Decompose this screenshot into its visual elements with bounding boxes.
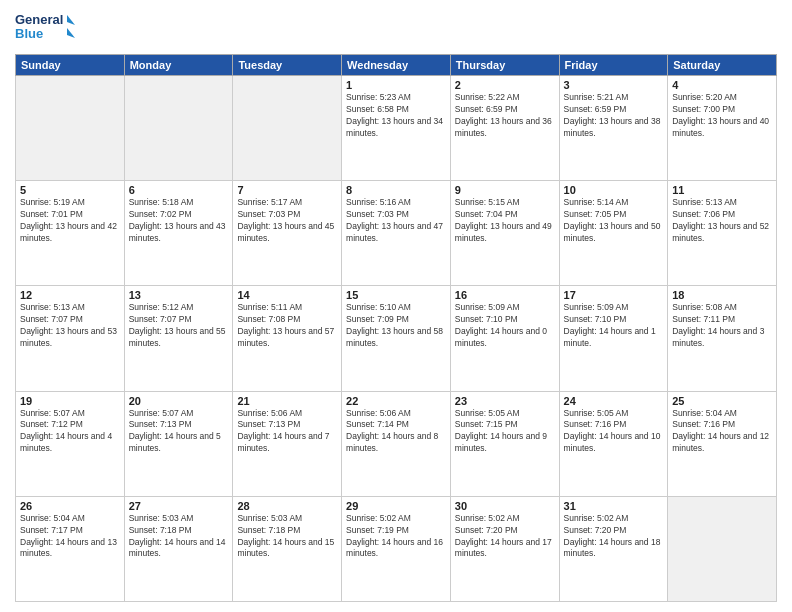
day-number: 26 <box>20 500 120 512</box>
day-info: Sunrise: 5:18 AMSunset: 7:02 PMDaylight:… <box>129 197 229 245</box>
day-info: Sunrise: 5:13 AMSunset: 7:07 PMDaylight:… <box>20 302 120 350</box>
svg-marker-2 <box>67 15 75 25</box>
calendar-cell: 29Sunrise: 5:02 AMSunset: 7:19 PMDayligh… <box>342 496 451 601</box>
day-info: Sunrise: 5:09 AMSunset: 7:10 PMDaylight:… <box>455 302 555 350</box>
day-info: Sunrise: 5:21 AMSunset: 6:59 PMDaylight:… <box>564 92 664 140</box>
day-info: Sunrise: 5:11 AMSunset: 7:08 PMDaylight:… <box>237 302 337 350</box>
calendar-week-5: 26Sunrise: 5:04 AMSunset: 7:17 PMDayligh… <box>16 496 777 601</box>
day-info: Sunrise: 5:04 AMSunset: 7:16 PMDaylight:… <box>672 408 772 456</box>
day-number: 20 <box>129 395 229 407</box>
day-info: Sunrise: 5:05 AMSunset: 7:15 PMDaylight:… <box>455 408 555 456</box>
day-info: Sunrise: 5:23 AMSunset: 6:58 PMDaylight:… <box>346 92 446 140</box>
calendar-cell: 25Sunrise: 5:04 AMSunset: 7:16 PMDayligh… <box>668 391 777 496</box>
day-number: 30 <box>455 500 555 512</box>
day-header-saturday: Saturday <box>668 55 777 76</box>
calendar-header-row: SundayMondayTuesdayWednesdayThursdayFrid… <box>16 55 777 76</box>
calendar-cell: 26Sunrise: 5:04 AMSunset: 7:17 PMDayligh… <box>16 496 125 601</box>
calendar-cell: 11Sunrise: 5:13 AMSunset: 7:06 PMDayligh… <box>668 181 777 286</box>
day-info: Sunrise: 5:09 AMSunset: 7:10 PMDaylight:… <box>564 302 664 350</box>
day-info: Sunrise: 5:06 AMSunset: 7:14 PMDaylight:… <box>346 408 446 456</box>
calendar-cell: 12Sunrise: 5:13 AMSunset: 7:07 PMDayligh… <box>16 286 125 391</box>
calendar-cell: 24Sunrise: 5:05 AMSunset: 7:16 PMDayligh… <box>559 391 668 496</box>
calendar-cell: 3Sunrise: 5:21 AMSunset: 6:59 PMDaylight… <box>559 76 668 181</box>
day-info: Sunrise: 5:17 AMSunset: 7:03 PMDaylight:… <box>237 197 337 245</box>
day-number: 1 <box>346 79 446 91</box>
svg-text:General: General <box>15 12 63 27</box>
day-info: Sunrise: 5:03 AMSunset: 7:18 PMDaylight:… <box>237 513 337 561</box>
day-number: 3 <box>564 79 664 91</box>
calendar-cell: 13Sunrise: 5:12 AMSunset: 7:07 PMDayligh… <box>124 286 233 391</box>
header: General Blue <box>15 10 777 46</box>
calendar-cell: 10Sunrise: 5:14 AMSunset: 7:05 PMDayligh… <box>559 181 668 286</box>
calendar-cell: 27Sunrise: 5:03 AMSunset: 7:18 PMDayligh… <box>124 496 233 601</box>
day-number: 27 <box>129 500 229 512</box>
day-info: Sunrise: 5:07 AMSunset: 7:13 PMDaylight:… <box>129 408 229 456</box>
day-header-tuesday: Tuesday <box>233 55 342 76</box>
logo: General Blue <box>15 10 75 46</box>
calendar-cell: 28Sunrise: 5:03 AMSunset: 7:18 PMDayligh… <box>233 496 342 601</box>
calendar-cell: 17Sunrise: 5:09 AMSunset: 7:10 PMDayligh… <box>559 286 668 391</box>
day-info: Sunrise: 5:05 AMSunset: 7:16 PMDaylight:… <box>564 408 664 456</box>
day-info: Sunrise: 5:06 AMSunset: 7:13 PMDaylight:… <box>237 408 337 456</box>
calendar-cell: 20Sunrise: 5:07 AMSunset: 7:13 PMDayligh… <box>124 391 233 496</box>
svg-text:Blue: Blue <box>15 26 43 41</box>
calendar-cell: 23Sunrise: 5:05 AMSunset: 7:15 PMDayligh… <box>450 391 559 496</box>
day-info: Sunrise: 5:04 AMSunset: 7:17 PMDaylight:… <box>20 513 120 561</box>
day-header-sunday: Sunday <box>16 55 125 76</box>
calendar-cell: 22Sunrise: 5:06 AMSunset: 7:14 PMDayligh… <box>342 391 451 496</box>
day-number: 17 <box>564 289 664 301</box>
calendar-cell: 19Sunrise: 5:07 AMSunset: 7:12 PMDayligh… <box>16 391 125 496</box>
logo-svg: General Blue <box>15 10 75 46</box>
calendar-cell: 21Sunrise: 5:06 AMSunset: 7:13 PMDayligh… <box>233 391 342 496</box>
day-number: 12 <box>20 289 120 301</box>
day-number: 7 <box>237 184 337 196</box>
day-info: Sunrise: 5:16 AMSunset: 7:03 PMDaylight:… <box>346 197 446 245</box>
calendar-cell <box>16 76 125 181</box>
day-header-wednesday: Wednesday <box>342 55 451 76</box>
day-number: 15 <box>346 289 446 301</box>
calendar-cell: 9Sunrise: 5:15 AMSunset: 7:04 PMDaylight… <box>450 181 559 286</box>
calendar-cell: 15Sunrise: 5:10 AMSunset: 7:09 PMDayligh… <box>342 286 451 391</box>
day-info: Sunrise: 5:02 AMSunset: 7:20 PMDaylight:… <box>455 513 555 561</box>
day-number: 22 <box>346 395 446 407</box>
calendar-week-4: 19Sunrise: 5:07 AMSunset: 7:12 PMDayligh… <box>16 391 777 496</box>
day-info: Sunrise: 5:03 AMSunset: 7:18 PMDaylight:… <box>129 513 229 561</box>
calendar-cell: 6Sunrise: 5:18 AMSunset: 7:02 PMDaylight… <box>124 181 233 286</box>
day-number: 29 <box>346 500 446 512</box>
day-info: Sunrise: 5:08 AMSunset: 7:11 PMDaylight:… <box>672 302 772 350</box>
day-header-thursday: Thursday <box>450 55 559 76</box>
day-number: 31 <box>564 500 664 512</box>
day-number: 18 <box>672 289 772 301</box>
calendar-cell: 2Sunrise: 5:22 AMSunset: 6:59 PMDaylight… <box>450 76 559 181</box>
day-info: Sunrise: 5:12 AMSunset: 7:07 PMDaylight:… <box>129 302 229 350</box>
day-number: 6 <box>129 184 229 196</box>
day-info: Sunrise: 5:20 AMSunset: 7:00 PMDaylight:… <box>672 92 772 140</box>
day-number: 9 <box>455 184 555 196</box>
day-info: Sunrise: 5:19 AMSunset: 7:01 PMDaylight:… <box>20 197 120 245</box>
day-number: 21 <box>237 395 337 407</box>
calendar-cell <box>668 496 777 601</box>
calendar-cell: 1Sunrise: 5:23 AMSunset: 6:58 PMDaylight… <box>342 76 451 181</box>
day-number: 5 <box>20 184 120 196</box>
calendar-cell: 4Sunrise: 5:20 AMSunset: 7:00 PMDaylight… <box>668 76 777 181</box>
day-number: 14 <box>237 289 337 301</box>
calendar-cell: 14Sunrise: 5:11 AMSunset: 7:08 PMDayligh… <box>233 286 342 391</box>
calendar-table: SundayMondayTuesdayWednesdayThursdayFrid… <box>15 54 777 602</box>
calendar-cell: 31Sunrise: 5:02 AMSunset: 7:20 PMDayligh… <box>559 496 668 601</box>
day-number: 16 <box>455 289 555 301</box>
day-header-friday: Friday <box>559 55 668 76</box>
day-info: Sunrise: 5:07 AMSunset: 7:12 PMDaylight:… <box>20 408 120 456</box>
calendar-week-2: 5Sunrise: 5:19 AMSunset: 7:01 PMDaylight… <box>16 181 777 286</box>
day-number: 28 <box>237 500 337 512</box>
day-info: Sunrise: 5:22 AMSunset: 6:59 PMDaylight:… <box>455 92 555 140</box>
day-number: 24 <box>564 395 664 407</box>
day-number: 8 <box>346 184 446 196</box>
calendar-week-1: 1Sunrise: 5:23 AMSunset: 6:58 PMDaylight… <box>16 76 777 181</box>
day-number: 11 <box>672 184 772 196</box>
calendar-cell: 5Sunrise: 5:19 AMSunset: 7:01 PMDaylight… <box>16 181 125 286</box>
calendar-cell <box>233 76 342 181</box>
svg-marker-3 <box>67 28 75 38</box>
day-number: 10 <box>564 184 664 196</box>
day-info: Sunrise: 5:15 AMSunset: 7:04 PMDaylight:… <box>455 197 555 245</box>
day-number: 4 <box>672 79 772 91</box>
